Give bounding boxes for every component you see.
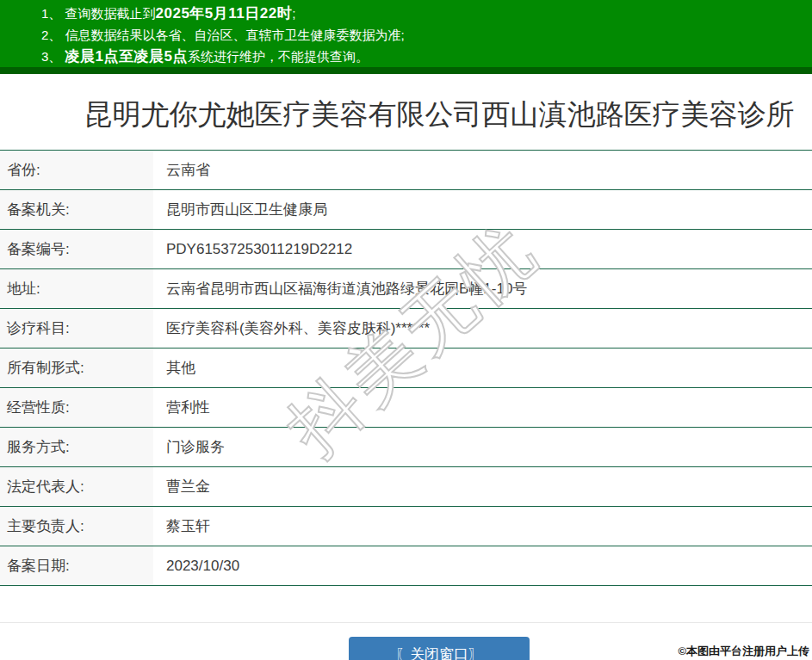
notice-banner: 1、 查询数据截止到2025年5月11日22时; 2、 信息数据结果以各省、自治… bbox=[0, 0, 812, 67]
notice-text-bold: 凌晨1点至凌晨5点 bbox=[65, 48, 188, 65]
field-label: 省份: bbox=[0, 151, 153, 189]
notice-item: 1、 查询数据截止到2025年5月11日22时; bbox=[41, 3, 812, 24]
field-value: 医疗美容科(美容外科、美容皮肤科)****** bbox=[153, 309, 430, 348]
notice-item: 3、 凌晨1点至凌晨5点系统进行维护，不能提供查询。 bbox=[41, 46, 812, 67]
notice-text-bold: 2025年5月11日22时 bbox=[156, 5, 293, 22]
table-row: 法定代表人: 曹兰金 bbox=[0, 466, 812, 506]
field-value: 蔡玉轩 bbox=[153, 507, 210, 546]
notice-item: 2、 信息数据结果以各省、自治区、直辖市卫生健康委数据为准; bbox=[41, 24, 812, 46]
field-value: 云南省 bbox=[153, 151, 210, 189]
page-content: 1、 查询数据截止到2025年5月11日22时; 2、 信息数据结果以各省、自治… bbox=[0, 0, 812, 660]
field-value: 曹兰金 bbox=[153, 467, 210, 506]
table-row: 诊疗科目: 医疗美容科(美容外科、美容皮肤科)****** bbox=[0, 308, 812, 348]
field-value: 门诊服务 bbox=[153, 428, 225, 466]
upload-credit-label: ©本图由平台注册用户上传 bbox=[678, 644, 809, 659]
field-label: 服务方式: bbox=[0, 428, 153, 466]
field-value: 营利性 bbox=[153, 388, 210, 427]
field-value: 2023/10/30 bbox=[153, 546, 239, 585]
table-row: 备案编号: PDY61537253011219D2212 bbox=[0, 229, 812, 268]
page-title: 昆明尤你尤她医疗美容有限公司西山滇池路医疗美容诊所 bbox=[0, 98, 812, 131]
notice-text: 2、 信息数据结果以各省、自治区、直辖市卫生健康委数据为准; bbox=[41, 28, 405, 42]
notice-text: 3、 bbox=[41, 49, 65, 64]
notice-text: 系统进行维护，不能提供查询。 bbox=[188, 49, 369, 64]
table-row: 所有制形式: 其他 bbox=[0, 348, 812, 387]
field-label: 主要负责人: bbox=[0, 507, 153, 546]
notice-text: ; bbox=[292, 6, 295, 21]
record-table: 省份: 云南省 备案机关: 昆明市西山区卫生健康局 备案编号: PDY61537… bbox=[0, 150, 812, 586]
table-row: 备案机关: 昆明市西山区卫生健康局 bbox=[0, 189, 812, 229]
field-value: PDY61537253011219D2212 bbox=[153, 230, 352, 268]
field-label: 备案编号: bbox=[0, 230, 153, 268]
field-label: 备案机关: bbox=[0, 190, 153, 229]
notice-text: 1、 查询数据截止到 bbox=[41, 6, 156, 21]
table-row: 服务方式: 门诊服务 bbox=[0, 427, 812, 466]
field-label: 经营性质: bbox=[0, 388, 153, 427]
field-value: 云南省昆明市西山区福海街道滇池路绿景花园B幢1-10号 bbox=[153, 269, 527, 308]
field-label: 备案日期: bbox=[0, 546, 153, 585]
table-row: 备案日期: 2023/10/30 bbox=[0, 546, 812, 585]
field-value: 昆明市西山区卫生健康局 bbox=[153, 190, 327, 229]
field-label: 地址: bbox=[0, 269, 153, 308]
field-label: 诊疗科目: bbox=[0, 309, 153, 348]
field-label: 法定代表人: bbox=[0, 467, 153, 506]
table-row: 主要负责人: 蔡玉轩 bbox=[0, 506, 812, 546]
field-value: 其他 bbox=[153, 349, 195, 387]
table-row: 省份: 云南省 bbox=[0, 150, 812, 189]
field-label: 所有制形式: bbox=[0, 349, 153, 387]
close-window-button[interactable]: 〖关闭窗口〗 bbox=[349, 637, 530, 660]
table-row: 经营性质: 营利性 bbox=[0, 387, 812, 427]
banner-bottom-strip bbox=[0, 67, 812, 74]
table-row: 地址: 云南省昆明市西山区福海街道滇池路绿景花园B幢1-10号 bbox=[0, 268, 812, 308]
